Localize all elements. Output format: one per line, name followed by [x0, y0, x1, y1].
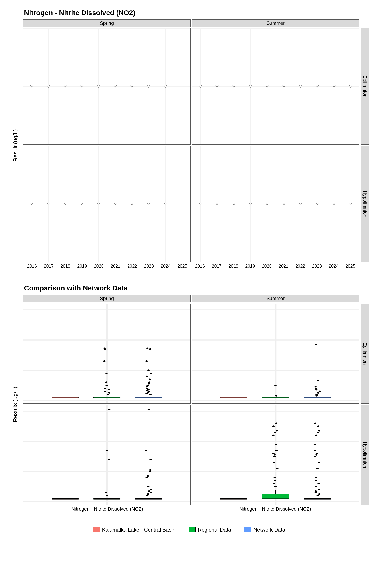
- svg-point-121: [275, 444, 277, 445]
- svg-point-65: [314, 386, 317, 388]
- svg-point-117: [273, 456, 276, 457]
- svg-point-120: [275, 450, 278, 451]
- svg-point-94: [147, 475, 149, 477]
- bottom-ylabel: Results (ug/L): [9, 304, 22, 505]
- svg-point-125: [272, 426, 275, 427]
- panel-spring-hypo: 0.9500.9751.0001.0251.050: [23, 146, 190, 262]
- svg-point-90: [148, 490, 150, 492]
- svg-point-59: [315, 395, 318, 396]
- svg-point-81: [108, 459, 110, 460]
- svg-point-16: [106, 385, 108, 386]
- svg-point-149: [317, 426, 319, 427]
- svg-point-89: [150, 492, 152, 493]
- bottom-xaxis: Nitrogen - Nitrite Dissolved (NO2) Nitro…: [23, 506, 359, 514]
- legend: Kalamalka Lake - Central Basin Regional …: [9, 527, 369, 533]
- svg-point-114: [274, 477, 276, 478]
- svg-point-67: [315, 344, 317, 345]
- svg-point-91: [150, 489, 152, 490]
- col-strip-summer: Summer: [192, 19, 359, 27]
- svg-point-54: [275, 395, 277, 396]
- svg-point-130: [317, 495, 319, 496]
- svg-point-27: [147, 392, 149, 393]
- panel-summer-epi: [192, 28, 359, 145]
- svg-point-13: [104, 391, 106, 392]
- svg-point-15: [104, 388, 106, 389]
- svg-point-32: [146, 386, 148, 388]
- svg-point-63: [315, 389, 318, 390]
- svg-point-144: [314, 450, 316, 451]
- svg-point-42: [146, 347, 148, 349]
- svg-point-19: [103, 361, 106, 362]
- top-ylabel: Result (ug/L): [9, 28, 22, 262]
- svg-point-18: [106, 373, 108, 374]
- svg-point-138: [315, 477, 317, 478]
- svg-point-115: [276, 468, 279, 469]
- svg-point-143: [316, 453, 318, 454]
- svg-point-96: [149, 469, 152, 470]
- svg-point-60: [315, 394, 318, 395]
- svg-point-93: [146, 477, 148, 478]
- row-strip-hypo: Hypolimnion: [361, 146, 369, 262]
- svg-point-40: [146, 361, 148, 362]
- legend-swatch-icon: [93, 527, 100, 533]
- svg-point-12: [108, 392, 110, 394]
- b-panel-spring-hypo: 0102030: [23, 405, 190, 505]
- svg-point-124: [276, 430, 278, 431]
- svg-point-139: [316, 468, 319, 469]
- top-chart: Nitrogen - Nitrite Dissolved (NO2) Resul…: [9, 9, 369, 271]
- svg-point-112: [272, 483, 275, 484]
- svg-point-116: [273, 462, 275, 463]
- svg-point-36: [148, 379, 151, 380]
- top-xaxis: 2016201720182019202020212022202320242025…: [23, 264, 359, 271]
- svg-point-14: [108, 389, 110, 390]
- legend-swatch-icon: [189, 527, 196, 533]
- svg-point-87: [146, 495, 148, 496]
- b-panel-summer-epi: [192, 304, 359, 404]
- bottom-facet-grid: Results (ug/L) Spring Summer Epilimnion …: [9, 295, 369, 514]
- svg-rect-109: [262, 494, 289, 499]
- svg-point-79: [106, 495, 108, 496]
- svg-point-122: [272, 435, 274, 436]
- svg-point-80: [105, 492, 108, 493]
- svg-point-148: [318, 430, 321, 431]
- svg-point-31: [146, 388, 148, 389]
- legend-item-regional: Regional Data: [189, 527, 231, 533]
- svg-point-92: [147, 486, 149, 487]
- svg-point-41: [149, 348, 152, 350]
- row-strip-epi: Epilimnion: [361, 28, 369, 145]
- svg-point-95: [149, 471, 151, 472]
- svg-point-88: [147, 494, 149, 495]
- b-panel-spring-epi: 0102030: [23, 304, 190, 404]
- b-col-spring: Spring: [23, 295, 190, 302]
- b-row-hypo: Hypolimnion: [361, 405, 369, 505]
- svg-point-119: [272, 453, 274, 454]
- b-col-summer: Summer: [192, 295, 359, 302]
- svg-point-141: [314, 456, 316, 457]
- svg-point-136: [317, 483, 320, 484]
- svg-point-35: [148, 382, 150, 383]
- col-strip-spring: Spring: [23, 19, 190, 27]
- svg-point-132: [315, 492, 317, 493]
- svg-point-133: [315, 490, 317, 492]
- svg-point-34: [148, 383, 150, 384]
- svg-point-113: [274, 480, 276, 481]
- svg-point-55: [274, 385, 277, 386]
- svg-point-66: [317, 380, 319, 381]
- svg-point-38: [150, 373, 152, 374]
- svg-point-61: [317, 392, 319, 394]
- svg-point-140: [318, 462, 320, 463]
- svg-point-21: [104, 347, 106, 349]
- b-row-epi: Epilimnion: [361, 304, 369, 404]
- svg-point-64: [315, 388, 317, 389]
- svg-point-82: [106, 450, 108, 451]
- legend-item-kalamalka: Kalamalka Lake - Central Basin: [93, 527, 176, 533]
- svg-point-147: [317, 432, 319, 433]
- svg-point-126: [275, 423, 278, 424]
- svg-point-30: [147, 389, 150, 390]
- svg-point-11: [107, 394, 109, 395]
- svg-point-137: [315, 480, 317, 481]
- svg-point-99: [148, 409, 150, 410]
- svg-point-62: [319, 391, 321, 392]
- bottom-chart-title: Comparison with Network Data: [24, 284, 369, 292]
- top-chart-title: Nitrogen - Nitrite Dissolved (NO2): [24, 9, 369, 17]
